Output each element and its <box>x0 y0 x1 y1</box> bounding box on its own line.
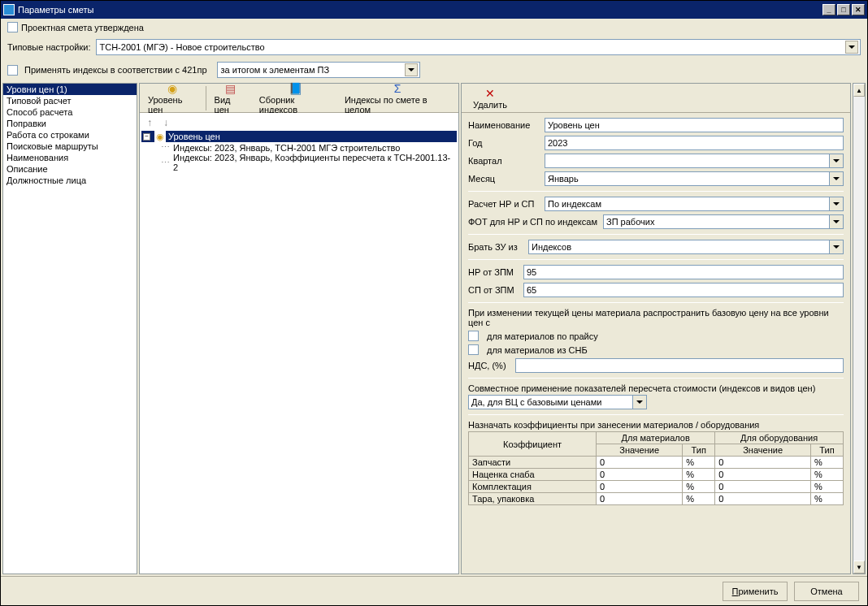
scroll-down-button[interactable]: ▼ <box>853 561 865 574</box>
year-label: Год <box>468 138 540 148</box>
year-input[interactable]: 2023 <box>545 136 844 150</box>
dropdown-icon[interactable] <box>845 41 858 54</box>
chk-snb-materials[interactable] <box>468 344 479 355</box>
sp-zpm-label: СП от ЗПМ <box>468 285 519 295</box>
th-materials: Для материалов <box>597 432 715 444</box>
titlebar: Параметры сметы _ □ ✕ <box>1 1 867 19</box>
apply-button[interactable]: Применить <box>723 582 788 601</box>
th-type-e: Тип <box>811 444 844 457</box>
fot-select[interactable]: ЗП рабочих <box>603 214 844 229</box>
row-spareparts[interactable]: Запчасти 0% 0% <box>469 457 844 469</box>
tree-root[interactable]: − ◉ Уровень цен <box>141 131 457 142</box>
apply-indexes-combo[interactable]: за итогом к элементам ПЗ <box>217 62 420 78</box>
nds-input[interactable] <box>515 358 844 373</box>
vertical-scrollbar[interactable]: ▲ ▼ <box>853 83 866 574</box>
tree-child-2[interactable]: ⋯ Индексы: 2023, Январь, Коэффициенты пе… <box>141 153 457 172</box>
section-item-officials[interactable]: Должностные лица <box>3 175 137 186</box>
th-value-e: Значение <box>715 444 811 457</box>
th-value-m: Значение <box>597 444 683 457</box>
dropdown-icon[interactable] <box>829 240 844 254</box>
dropdown-icon[interactable] <box>829 171 844 186</box>
delete-button[interactable]: ✕ Удалить <box>467 84 514 112</box>
apply-indexes-value: за итогом к элементам ПЗ <box>219 65 405 75</box>
window-title: Параметры сметы <box>18 5 821 15</box>
nr-zpm-input[interactable]: 95 <box>523 265 844 279</box>
tree-area: ↑ ↓ − ◉ Уровень цен ⋯ Индексы: 2023, Янв… <box>140 113 458 574</box>
section-item-description[interactable]: Описание <box>3 163 137 175</box>
zu-label: Брать ЗУ из <box>468 242 523 252</box>
row-complect[interactable]: Комплектация 0% 0% <box>469 481 844 493</box>
settings-row: Типовые настройки: ТСН-2001 (МГЭ) - Ново… <box>1 36 867 58</box>
maximize-button[interactable]: □ <box>837 4 850 15</box>
nds-label: НДС, (%) <box>468 361 510 370</box>
chk-price-label: для материалов по прайсу <box>487 331 598 341</box>
nrsp-label: Расчет НР и СП <box>468 199 540 209</box>
move-down-button[interactable]: ↓ <box>159 116 172 129</box>
nr-zpm-label: НР от ЗПМ <box>468 267 519 277</box>
collapse-icon[interactable]: − <box>143 133 150 141</box>
typical-settings-combo[interactable]: ТСН-2001 (МГЭ) - Новое строительство <box>96 39 861 55</box>
section-item-levels[interactable]: Уровни цен (1) <box>3 84 137 95</box>
coins-icon: ◉ <box>166 82 179 95</box>
level-icon: ◉ <box>154 131 166 142</box>
section-item-search[interactable]: Поисковые маршруты <box>3 141 137 152</box>
section-item-method[interactable]: Способ расчета <box>3 106 137 118</box>
assign-label: Назначать коэффициенты при занесении мат… <box>468 420 844 430</box>
tb-index-collection[interactable]: 📘 Сборник индексов <box>253 84 338 112</box>
apply-indexes-checkbox[interactable] <box>7 65 18 76</box>
close-button[interactable]: ✕ <box>852 4 865 15</box>
window: Параметры сметы _ □ ✕ Проектная смета ут… <box>0 0 868 606</box>
nrsp-select[interactable]: По индексам <box>545 197 844 211</box>
delete-icon: ✕ <box>484 87 497 100</box>
row-markup[interactable]: Наценка снаба 0% 0% <box>469 469 844 481</box>
dropdown-icon[interactable] <box>829 197 844 211</box>
quarter-select[interactable] <box>545 154 844 168</box>
footer: Применить Отмена <box>1 576 867 605</box>
joint-label: Совместное применение показателей пересч… <box>468 383 844 393</box>
apply-indexes-label: Применять индексы в соответствии с 421пр <box>24 65 207 75</box>
section-item-rows[interactable]: Работа со строками <box>3 129 137 141</box>
tree-child-1[interactable]: ⋯ Индексы: 2023, Январь, ТСН-2001 МГЭ ст… <box>141 142 457 153</box>
scroll-track[interactable] <box>853 97 865 561</box>
tb-price-level[interactable]: ◉ Уровень цен <box>141 84 204 112</box>
dropdown-icon[interactable] <box>829 154 844 168</box>
dropdown-icon[interactable] <box>829 214 844 229</box>
section-item-corrections[interactable]: Поправки <box>3 118 137 129</box>
propagate-label: При изменении текущей цены материала рас… <box>468 308 844 327</box>
chk-snb-label: для материалов из СНБ <box>487 345 588 355</box>
name-input[interactable]: Уровень цен <box>545 118 844 132</box>
joint-select[interactable]: Да, для ВЦ с базовыми ценами <box>468 395 647 409</box>
fot-label: ФОТ для НР и СП по индексам <box>468 217 598 227</box>
move-up-button[interactable]: ↑ <box>143 116 156 129</box>
typical-settings-value: ТСН-2001 (МГЭ) - Новое строительство <box>98 42 845 52</box>
month-select[interactable]: Январь <box>545 171 844 186</box>
section-item-typical[interactable]: Типовой расчет <box>3 95 137 106</box>
sp-zpm-input[interactable]: 65 <box>523 283 844 297</box>
tree-root-label: Уровень цен <box>168 132 220 141</box>
zu-select[interactable]: Индексов <box>528 240 844 254</box>
dropdown-icon[interactable] <box>405 63 418 76</box>
main-area: Уровни цен (1) Типовой расчет Способ рас… <box>1 81 867 576</box>
coef-table: Коэффициент Для материалов Для оборудова… <box>468 431 844 505</box>
month-label: Месяц <box>468 174 540 184</box>
cancel-button[interactable]: Отмена <box>794 582 859 601</box>
tree-child-1-label: Индексы: 2023, Январь, ТСН-2001 МГЭ стро… <box>173 143 400 153</box>
row-packing[interactable]: Тара, упаковка 0% 0% <box>469 493 844 505</box>
scroll-up-button[interactable]: ▲ <box>853 84 865 97</box>
section-list[interactable]: Уровни цен (1) Типовой расчет Способ рас… <box>2 83 137 574</box>
approval-label: Проектная смета утверждена <box>21 23 144 32</box>
chk-price-materials[interactable] <box>468 331 479 341</box>
section-item-names[interactable]: Наименования <box>3 152 137 163</box>
th-equipment: Для оборудования <box>715 432 844 444</box>
tb-overall-indexes[interactable]: Σ Индексы по смете в целом <box>338 84 457 112</box>
app-icon <box>3 4 15 15</box>
center-toolbar: ◉ Уровень цен ▤ Вид цен 📘 Сборник индекс… <box>140 84 458 113</box>
detail-body: Наименование Уровень цен Год 2023 Кварта… <box>462 113 850 574</box>
minimize-button[interactable]: _ <box>822 4 835 15</box>
dropdown-icon[interactable] <box>632 395 647 409</box>
detail-panel: ✕ Удалить Наименование Уровень цен Год 2… <box>461 83 851 574</box>
tb-price-view[interactable]: ▤ Вид цен <box>208 84 253 112</box>
approval-checkbox[interactable] <box>7 22 18 32</box>
quarter-label: Квартал <box>468 156 540 166</box>
approval-row: Проектная смета утверждена <box>1 19 867 36</box>
